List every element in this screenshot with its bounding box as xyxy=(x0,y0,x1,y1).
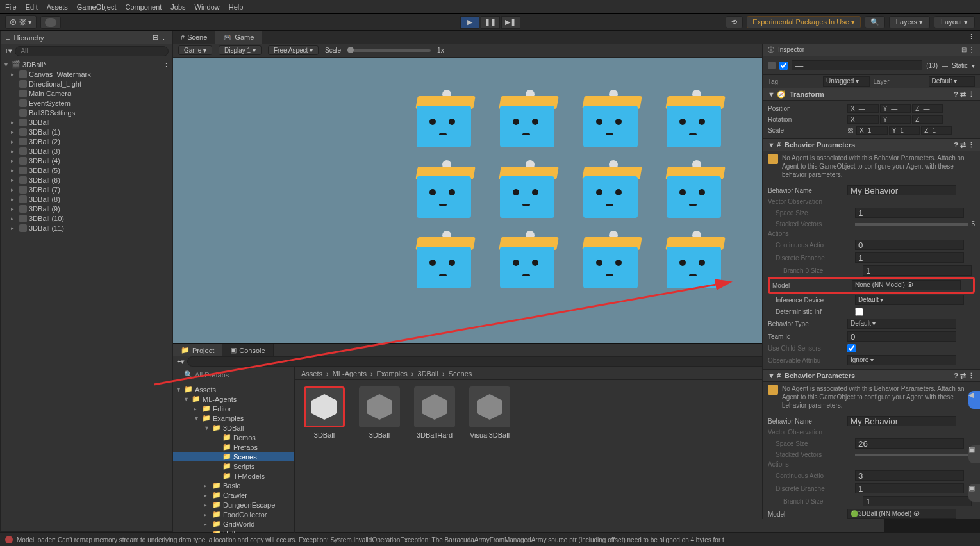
inference-dropdown[interactable]: Default ▾ xyxy=(855,295,964,305)
child-sensors-checkbox[interactable] xyxy=(847,344,856,352)
folder-row[interactable]: 📁 Demos xyxy=(173,433,294,442)
menu-jobs[interactable]: Jobs xyxy=(170,3,185,11)
hierarchy-item[interactable]: Directional_Light xyxy=(1,79,172,88)
folder-row[interactable]: 📁 Prefabs xyxy=(173,442,294,452)
breadcrumb-item[interactable]: ML-Agents xyxy=(333,370,367,377)
hierarchy-item[interactable]: ▸Canvas_Watermark xyxy=(1,69,172,79)
folder-row[interactable]: ▼📁 3DBall xyxy=(173,423,294,433)
hierarchy-item[interactable]: ▸3DBall (5) xyxy=(1,165,172,175)
folder-row[interactable]: 📁 Scripts xyxy=(173,461,294,471)
hierarchy-item[interactable]: ▸3DBall (9) xyxy=(1,204,172,213)
hierarchy-item[interactable]: ▸3DBall (2) xyxy=(1,136,172,146)
account-button[interactable]: ⦿ 张 ▾ xyxy=(5,15,37,29)
cloud-button[interactable] xyxy=(40,16,61,29)
menu-gameobject[interactable]: GameObject xyxy=(77,3,117,11)
tab-game[interactable]: 🎮 Game xyxy=(215,31,262,44)
scale-slider[interactable] xyxy=(347,49,431,52)
stacked-slider[interactable] xyxy=(855,223,968,226)
model-object-field[interactable]: 🟢3DBall (NN Model) ⦿ xyxy=(847,509,956,519)
asset-item[interactable]: Visual3DBall xyxy=(467,386,513,524)
menu-edit[interactable]: Edit xyxy=(26,3,38,11)
pause-button[interactable]: ❚❚ xyxy=(481,16,500,29)
hierarchy-item[interactable]: Main Camera xyxy=(1,88,172,98)
create-asset-dropdown[interactable]: +▾ xyxy=(177,358,185,366)
asset-item[interactable]: 3DBall xyxy=(356,386,403,524)
observable-dropdown[interactable]: Ignore ▾ xyxy=(847,355,956,365)
search-button[interactable]: 🔍 xyxy=(865,16,885,28)
experimental-packages-badge[interactable]: Experimental Packages In Use ▾ xyxy=(747,16,860,28)
hierarchy-item[interactable]: EventSystem xyxy=(1,98,172,108)
branch-input[interactable] xyxy=(863,265,972,276)
folder-row[interactable]: 🔍 All Prefabs xyxy=(173,370,294,379)
layout-dropdown[interactable]: Layout ▾ xyxy=(934,16,975,28)
play-button[interactable]: ▶ xyxy=(460,16,479,29)
gameobject-name-input[interactable] xyxy=(792,60,922,70)
hierarchy-item[interactable]: ▸3DBall (3) xyxy=(1,146,172,156)
model-object-field[interactable]: None (NN Model) ⦿ xyxy=(852,280,961,290)
breadcrumb-item[interactable]: Examples xyxy=(377,370,408,377)
continuous-input[interactable] xyxy=(855,240,964,250)
layers-dropdown[interactable]: Layers ▾ xyxy=(889,16,930,28)
menu-assets[interactable]: Assets xyxy=(47,3,68,11)
folder-row[interactable]: ▸📁 Basic xyxy=(173,481,294,490)
hierarchy-item[interactable]: ▸3DBall (4) xyxy=(1,156,172,165)
folder-row[interactable]: ▸📁 GridWorld xyxy=(173,519,294,529)
hierarchy-item[interactable]: ▸3DBall (11) xyxy=(1,223,172,233)
breadcrumb-item[interactable]: 3DBall xyxy=(418,370,438,377)
hierarchy-item[interactable]: ▸3DBall (6) xyxy=(1,175,172,185)
gameobject-active-checkbox[interactable] xyxy=(779,62,788,70)
menu-window[interactable]: Window xyxy=(195,3,220,11)
deterministic-checkbox[interactable] xyxy=(855,308,863,316)
component-header-behavior-params-2[interactable]: ▼ # Behavior Parameters? ⇄ ⋮ xyxy=(763,369,980,382)
constrain-scale-icon[interactable]: ⛓ xyxy=(847,127,854,134)
behavior-type-dropdown[interactable]: Default ▾ xyxy=(847,318,956,329)
hierarchy-item[interactable]: Ball3DSettings xyxy=(1,108,172,117)
folder-row[interactable]: ▸📁 Editor xyxy=(173,404,294,413)
behavior-name-input[interactable] xyxy=(847,185,956,195)
space-size-input[interactable] xyxy=(855,208,964,218)
discrete-input[interactable] xyxy=(855,483,964,493)
component-header-behavior-params[interactable]: ▼ # Behavior Parameters? ⇄ ⋮ xyxy=(763,138,980,151)
discrete-input[interactable] xyxy=(855,252,964,263)
side-tab-3[interactable]: ▣ xyxy=(968,484,980,502)
tab-project[interactable]: 📁 Project xyxy=(173,344,222,356)
folder-row-selected[interactable]: 📁 Scenes xyxy=(173,452,294,461)
continuous-input[interactable] xyxy=(855,470,964,481)
hierarchy-search-input[interactable] xyxy=(15,46,169,56)
tag-dropdown[interactable]: Untagged ▾ xyxy=(823,76,870,87)
menu-help[interactable]: Help xyxy=(229,3,244,11)
inspector-tab[interactable]: ⓘ Inspector⊟ ⋮ xyxy=(763,44,980,56)
aspect-dropdown[interactable]: Free Aspect ▾ xyxy=(268,46,319,55)
folder-row[interactable]: ▸📁 Crawler xyxy=(173,490,294,500)
hierarchy-item[interactable]: ▸3DBall (8) xyxy=(1,194,172,204)
undo-history-button[interactable]: ⟲ xyxy=(726,16,743,28)
display-dropdown[interactable]: Display 1 ▾ xyxy=(219,46,262,55)
project-search-input[interactable] xyxy=(187,356,836,367)
asset-item-selected[interactable]: 3DBall xyxy=(301,386,347,524)
side-tab-1[interactable]: ◀ xyxy=(968,391,980,409)
team-id-input[interactable] xyxy=(847,331,956,342)
hierarchy-item[interactable]: ▸3DBall (1) xyxy=(1,127,172,136)
folder-row[interactable]: ▸📁 DungeonEscape xyxy=(173,500,294,509)
folder-row[interactable]: ▼📁 Examples xyxy=(173,413,294,423)
menu-file[interactable]: File xyxy=(5,3,17,11)
stacked-slider[interactable] xyxy=(855,454,968,456)
hierarchy-item[interactable]: ▸3DBall (10) xyxy=(1,213,172,223)
panel-menu-icon[interactable]: ⋮ xyxy=(963,31,980,44)
side-tab-2[interactable]: ▣ xyxy=(968,445,980,463)
game-camera-dropdown[interactable]: Game ▾ xyxy=(178,46,212,55)
layer-dropdown[interactable]: Default ▾ xyxy=(929,76,976,87)
hierarchy-item[interactable]: ▸3DBall xyxy=(1,117,172,127)
component-header-transform[interactable]: ▼ 🧭 Transform? ⇄ ⋮ xyxy=(763,88,980,101)
menu-component[interactable]: Component xyxy=(125,3,162,11)
static-dropdown[interactable]: Static xyxy=(952,62,968,69)
folder-row[interactable]: 📁 TFModels xyxy=(173,471,294,481)
tab-console[interactable]: ▣ Console xyxy=(222,344,273,356)
folder-row[interactable]: ▼📁 ML-Agents xyxy=(173,394,294,404)
step-button[interactable]: ▶❚ xyxy=(501,16,520,29)
hierarchy-scene-row[interactable]: ▼🎬 3DBall*⋮ xyxy=(1,60,172,69)
breadcrumb-item[interactable]: Scenes xyxy=(449,370,472,377)
behavior-name-input[interactable] xyxy=(847,416,956,426)
folder-row[interactable]: ▸📁 FoodCollector xyxy=(173,509,294,519)
breadcrumb-item[interactable]: Assets xyxy=(301,370,322,377)
